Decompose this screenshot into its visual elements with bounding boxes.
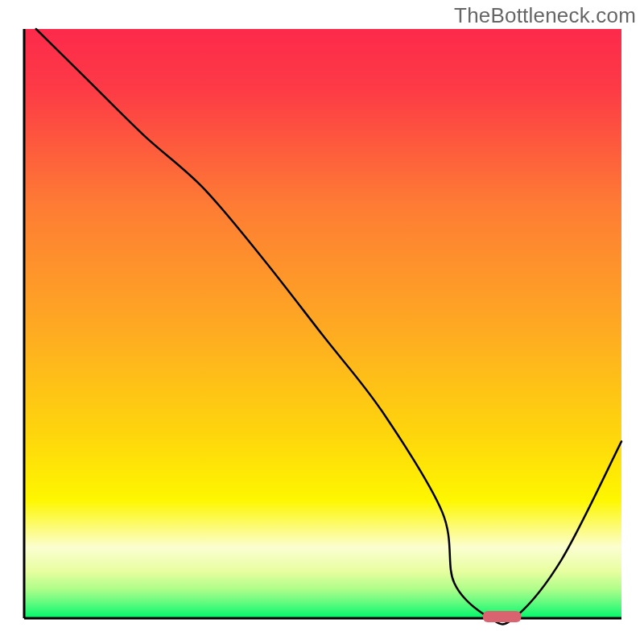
watermark-text: TheBottleneck.com	[454, 3, 636, 28]
optimal-marker	[483, 611, 522, 622]
plot-background	[24, 29, 621, 618]
bottleneck-chart: TheBottleneck.com	[0, 0, 644, 644]
chart-svg	[0, 0, 644, 644]
